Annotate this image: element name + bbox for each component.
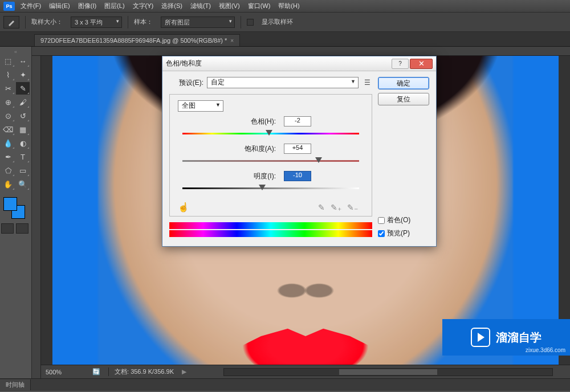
sample-select[interactable]: 所有图层 — [161, 17, 235, 28]
tool-history-brush[interactable]: ↺ — [16, 109, 30, 122]
tool-blur[interactable]: 💧 — [1, 137, 15, 149]
tool-eyedropper[interactable]: ✎ — [16, 82, 30, 95]
tool-quick-select[interactable]: ✦ — [16, 68, 30, 81]
menu-window[interactable]: 窗口(W) — [248, 2, 271, 10]
sample-size-label: 取样大小： — [31, 18, 63, 26]
preset-row: 预设(E): 自定 ☰ — [169, 77, 372, 88]
blur-icon: 💧 — [3, 139, 13, 148]
menu-bar: Ps 文件(F) 编辑(E) 图像(I) 图层(L) 文字(Y) 选择(S) 滤… — [0, 0, 570, 13]
hue-slider[interactable] — [182, 131, 359, 137]
tool-brush[interactable]: 🖌 — [16, 96, 30, 108]
tool-marquee[interactable]: ⬚ — [1, 55, 15, 67]
sample-label: 样本： — [134, 18, 153, 26]
saturation-slider[interactable] — [182, 158, 359, 164]
tool-dodge[interactable]: ◐ — [16, 137, 30, 149]
preset-dropdown[interactable]: 自定 — [207, 77, 359, 88]
shape-icon: ▭ — [19, 166, 26, 175]
tool-lasso[interactable]: ⌇ — [1, 68, 15, 81]
menu-view[interactable]: 视图(V) — [219, 2, 240, 10]
clone-icon: ⊙ — [5, 112, 11, 120]
eyedropper-subtract-icon[interactable]: ✎₋ — [347, 203, 358, 212]
cancel-button[interactable]: 复位 — [378, 93, 429, 105]
tool-clone[interactable]: ⊙ — [1, 109, 15, 122]
lasso-icon: ⌇ — [6, 71, 10, 79]
ruler-horizontal[interactable] — [32, 47, 570, 56]
watermark-sub: zixue.3d66.com — [526, 347, 565, 353]
preview-checkbox[interactable] — [378, 230, 385, 237]
hand-icon: ✋ — [3, 180, 13, 189]
dialog-title: 色相/饱和度 — [166, 59, 390, 68]
scrubby-hand-icon[interactable]: ☝ — [178, 202, 189, 213]
menu-image[interactable]: 图像(I) — [78, 2, 96, 10]
lightness-slider[interactable] — [182, 186, 359, 191]
timeline-label: 时间轴 — [0, 379, 31, 390]
divider — [128, 16, 128, 28]
menu-help[interactable]: 帮助(H) — [278, 2, 299, 10]
menu-type[interactable]: 文字(Y) — [133, 2, 154, 10]
lightness-label: 明度(I): — [230, 172, 276, 181]
colorize-check[interactable]: 着色(O) — [378, 215, 429, 225]
document-tab[interactable]: 972D0FEEA7BDEE61359A8885F96948FA.jpg @ 5… — [34, 34, 240, 46]
tool-type[interactable]: T — [16, 150, 30, 163]
ok-button[interactable]: 确定 — [378, 77, 429, 89]
tool-path-select[interactable]: ⬠ — [1, 164, 15, 177]
sync-icon[interactable]: 🔄 — [92, 368, 100, 375]
pen-icon: ✒ — [5, 153, 11, 161]
hue-thumb[interactable] — [266, 130, 272, 136]
menu-edit[interactable]: 编辑(E) — [49, 2, 70, 10]
tool-shape[interactable]: ▭ — [16, 164, 30, 177]
dialog-titlebar[interactable]: 色相/饱和度 ? ✕ — [162, 56, 436, 71]
eyedropper-add-icon[interactable]: ✎₊ — [331, 203, 341, 212]
tool-move[interactable]: ↔ — [16, 55, 30, 67]
screenmode-button[interactable] — [16, 223, 28, 234]
scrollbar-thumb[interactable] — [339, 369, 438, 375]
sample-size-value: 3 x 3 平均 — [75, 19, 103, 26]
hue-input[interactable]: -2 — [284, 116, 311, 126]
quickmask-button[interactable] — [1, 223, 14, 234]
menu-filter[interactable]: 滤镜(T) — [190, 2, 211, 10]
timeline-panel[interactable]: 时间轴 — [0, 378, 570, 391]
dodge-icon: ◐ — [20, 139, 26, 148]
divider — [241, 16, 241, 28]
zoom-icon: 🔍 — [18, 180, 27, 189]
foreground-color-swatch[interactable] — [3, 197, 17, 211]
horizontal-scrollbar[interactable] — [223, 368, 553, 376]
tool-gradient[interactable]: ▦ — [16, 123, 30, 136]
lightness-thumb[interactable] — [259, 185, 266, 190]
brush-icon: 🖌 — [19, 98, 27, 107]
ruler-vertical[interactable] — [32, 56, 41, 378]
status-bar: 500% 🔄 文档: 356.9 K/356.9K ▶ — [41, 365, 570, 378]
quickmask-row — [1, 223, 28, 234]
move-icon: ↔ — [19, 57, 27, 66]
toolbox-collapse-icon[interactable]: « — [14, 49, 17, 54]
tool-eraser[interactable]: ⌫ — [1, 123, 15, 136]
tab-close-icon[interactable]: × — [230, 38, 234, 44]
tool-healing[interactable]: ⊕ — [1, 96, 15, 108]
dialog-close-button[interactable]: ✕ — [410, 59, 433, 69]
colorize-label: 着色(O) — [387, 215, 410, 225]
color-swatches[interactable] — [1, 195, 26, 218]
show-ring-checkbox[interactable] — [247, 19, 254, 26]
toolbox: « ⬚ ↔ ⌇ ✦ ✂ ✎ ⊕ 🖌 ⊙ ↺ ⌫ ▦ 💧 ◐ ✒ T ⬠ ▭ ✋ … — [0, 47, 32, 378]
sample-size-select[interactable]: 3 x 3 平均 — [71, 17, 122, 28]
lightness-input[interactable]: -10 — [284, 171, 311, 181]
saturation-thumb[interactable] — [315, 157, 322, 163]
tool-crop[interactable]: ✂ — [1, 82, 15, 95]
current-tool-icon[interactable] — [3, 16, 19, 28]
menu-select[interactable]: 选择(S) — [161, 2, 182, 10]
preview-check[interactable]: 预览(P) — [378, 228, 429, 238]
menu-file[interactable]: 文件(F) — [21, 2, 41, 10]
colorize-checkbox[interactable] — [378, 217, 385, 224]
status-menu-icon[interactable]: ▶ — [182, 368, 186, 375]
zoom-level[interactable]: 500% — [46, 369, 84, 375]
tool-pen[interactable]: ✒ — [1, 150, 15, 163]
preset-value: 自定 — [207, 78, 225, 86]
menu-layer[interactable]: 图层(L) — [104, 2, 124, 10]
tool-zoom[interactable]: 🔍 — [16, 178, 30, 190]
saturation-input[interactable]: +54 — [284, 144, 311, 154]
eyedropper-set-icon[interactable]: ✎ — [318, 203, 325, 212]
preset-menu-icon[interactable]: ☰ — [362, 77, 372, 88]
dialog-help-button[interactable]: ? — [392, 59, 409, 69]
range-dropdown[interactable]: 全图 — [178, 100, 223, 112]
tool-hand[interactable]: ✋ — [1, 178, 15, 190]
